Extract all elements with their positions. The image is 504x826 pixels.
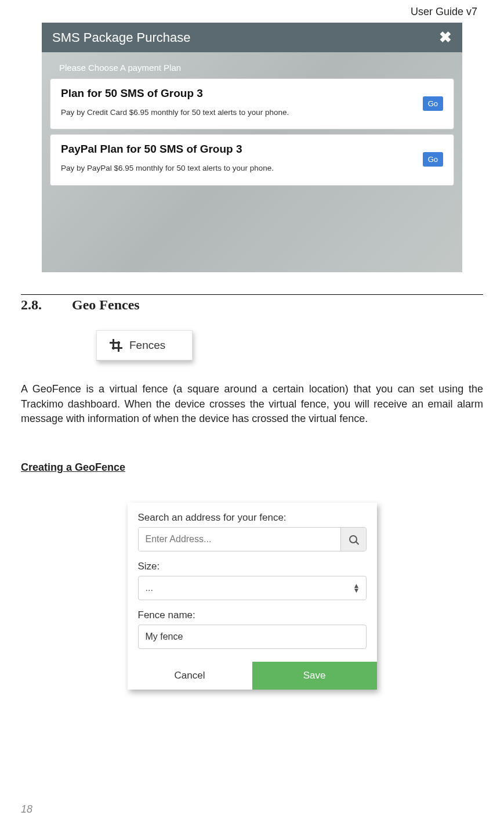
modal-header: SMS Package Purchase ✖	[42, 23, 462, 52]
cancel-button[interactable]: Cancel	[128, 662, 252, 690]
section-heading: 2.8. Geo Fences	[21, 297, 483, 313]
geofence-description-paragraph: A GeoFence is a virtual fence (a square …	[21, 382, 483, 427]
search-address-label: Search an address for your fence:	[138, 512, 367, 524]
plan-description: Pay by PayPal $6.95 monthly for 50 text …	[61, 161, 414, 175]
section-number: 2.8.	[21, 297, 42, 313]
size-select-value: ...	[146, 583, 153, 593]
close-icon[interactable]: ✖	[439, 28, 452, 46]
plan-title: PayPal Plan for 50 SMS of Group 3	[61, 143, 414, 156]
fences-button-label: Fences	[129, 339, 165, 352]
search-address-input[interactable]	[139, 528, 340, 551]
sms-purchase-modal: SMS Package Purchase ✖ Please Choose A p…	[42, 23, 462, 272]
fence-name-label: Fence name:	[138, 609, 367, 621]
save-button[interactable]: Save	[252, 662, 377, 690]
geofence-form: Search an address for your fence: Size: …	[128, 503, 377, 690]
search-icon	[349, 535, 357, 543]
select-arrows-icon: ▲▼	[353, 583, 360, 593]
search-button[interactable]	[340, 528, 366, 551]
search-address-input-group	[138, 527, 367, 551]
go-button[interactable]: Go	[423, 152, 443, 167]
size-select[interactable]: ... ▲▼	[138, 576, 367, 600]
header-guide-label: User Guide v7	[21, 0, 483, 18]
plan-card: PayPal Plan for 50 SMS of Group 3 Pay by…	[50, 134, 454, 185]
section-divider	[21, 294, 483, 295]
section-title: Geo Fences	[72, 297, 140, 313]
creating-geofence-subheading: Creating a GeoFence	[21, 461, 483, 474]
plan-title: Plan for 50 SMS of Group 3	[61, 87, 414, 100]
modal-title: SMS Package Purchase	[52, 30, 190, 45]
modal-subtitle: Please Choose A payment Plan	[42, 52, 462, 78]
fence-name-input[interactable]	[138, 625, 367, 649]
go-button[interactable]: Go	[423, 96, 443, 111]
fences-nav-button[interactable]: Fences	[96, 330, 193, 361]
plan-description: Pay by Credit Card $6.95 monthly for 50 …	[61, 106, 414, 120]
page-number: 18	[21, 803, 32, 816]
fence-icon	[111, 340, 121, 351]
size-label: Size:	[138, 561, 367, 572]
plan-card: Plan for 50 SMS of Group 3 Pay by Credit…	[50, 78, 454, 129]
